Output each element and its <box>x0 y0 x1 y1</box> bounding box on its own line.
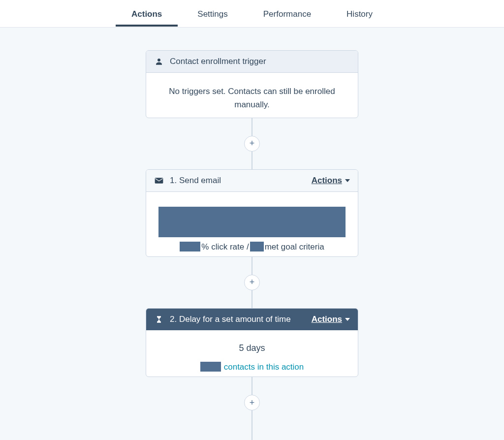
add-action-button-2[interactable]: + <box>244 275 260 290</box>
trigger-card-header: Contact enrollment trigger <box>146 51 358 73</box>
tab-performance[interactable]: Performance <box>263 1 311 26</box>
connector-3: + <box>244 377 260 440</box>
add-action-button-1[interactable]: + <box>244 136 260 152</box>
svg-rect-1 <box>155 178 163 184</box>
delay-card-body: 5 days contacts in this action <box>146 330 358 377</box>
goal-text: met goal criteria <box>265 240 324 253</box>
connector-2: + <box>244 257 260 308</box>
actions-label: Actions <box>312 176 342 186</box>
redacted-goal-count <box>250 242 264 251</box>
send-email-card-header: 1. Send email Actions <box>146 170 358 192</box>
email-icon <box>154 176 164 186</box>
tab-history[interactable]: History <box>346 1 373 26</box>
actions-label: Actions <box>312 314 342 324</box>
delay-card-header: 2. Delay for a set amount of time Action… <box>146 309 358 330</box>
svg-point-0 <box>158 59 160 62</box>
redacted-click-rate <box>180 242 200 251</box>
contacts-in-action-link[interactable]: contacts in this action <box>224 360 304 374</box>
click-rate-text: % click rate / <box>201 240 249 253</box>
delay-card[interactable]: 2. Delay for a set amount of time Action… <box>146 308 358 377</box>
delay-actions-dropdown[interactable]: Actions <box>312 314 350 324</box>
add-action-button-3[interactable]: + <box>244 395 260 410</box>
connector-1: + <box>244 118 260 169</box>
contact-icon <box>154 57 164 66</box>
send-email-card-body: % click rate / met goal criteria <box>146 192 358 257</box>
send-email-card-title: 1. Send email <box>170 176 306 186</box>
delay-value: 5 days <box>156 341 348 355</box>
tab-settings[interactable]: Settings <box>197 1 227 26</box>
send-email-card[interactable]: 1. Send email Actions % click rate / met… <box>146 169 358 257</box>
redacted-email-name <box>158 207 346 237</box>
send-email-actions-dropdown[interactable]: Actions <box>312 176 350 186</box>
redacted-contacts-count <box>200 362 221 372</box>
chevron-down-icon <box>345 179 350 182</box>
hourglass-icon <box>154 314 164 324</box>
chevron-down-icon <box>345 318 350 321</box>
email-stats: % click rate / met goal criteria <box>156 240 348 253</box>
trigger-card[interactable]: Contact enrollment trigger No triggers s… <box>146 50 358 118</box>
delay-card-title: 2. Delay for a set amount of time <box>170 314 306 324</box>
tab-actions[interactable]: Actions <box>131 1 162 26</box>
trigger-card-title: Contact enrollment trigger <box>170 57 350 66</box>
workflow-canvas: Contact enrollment trigger No triggers s… <box>0 28 504 440</box>
contacts-line: contacts in this action <box>156 360 348 374</box>
trigger-card-body: No triggers set. Contacts can still be e… <box>146 73 358 118</box>
tabs-bar: Actions Settings Performance History <box>0 0 504 28</box>
